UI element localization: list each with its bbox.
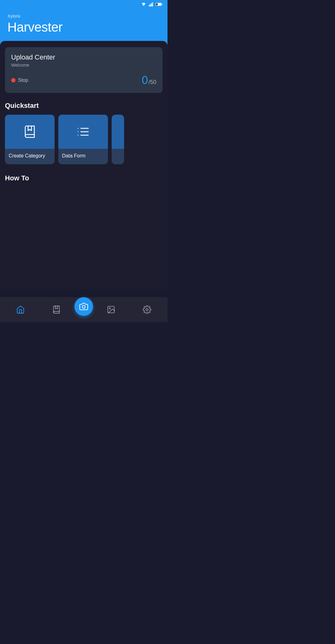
stop-button[interactable]: Stop xyxy=(11,77,28,83)
svg-rect-2 xyxy=(150,4,151,7)
nav-library[interactable] xyxy=(38,305,74,314)
wifi-icon xyxy=(141,2,146,7)
upload-center-title: Upload Center xyxy=(11,53,156,61)
nav-settings[interactable] xyxy=(129,305,165,314)
svg-rect-3 xyxy=(151,3,152,7)
stop-dot xyxy=(11,78,16,82)
svg-rect-4 xyxy=(152,2,153,7)
how-to-title: How To xyxy=(5,174,163,182)
upload-counter: 0 /50 xyxy=(142,74,156,87)
settings-icon xyxy=(143,305,151,314)
svg-point-16 xyxy=(109,308,110,309)
data-form-icon-area xyxy=(58,115,108,149)
library-icon xyxy=(52,305,61,314)
home-icon xyxy=(16,305,25,314)
counter-max: /50 xyxy=(149,79,156,86)
svg-rect-6 xyxy=(156,3,158,5)
create-category-label: Create Category xyxy=(5,149,55,164)
upload-center-footer: Stop 0 /50 xyxy=(11,74,156,87)
gallery-icon xyxy=(107,305,115,314)
signal-icon xyxy=(149,2,153,7)
partial-icon-area xyxy=(112,115,124,149)
upload-center-card[interactable]: Upload Center Welcome Stop 0 /50 xyxy=(5,47,163,93)
camera-icon xyxy=(79,302,88,311)
svg-rect-7 xyxy=(161,4,162,5)
battery-icon xyxy=(156,2,163,6)
quickstart-card-data-form[interactable]: Data Form xyxy=(58,115,108,164)
status-bar xyxy=(0,0,168,9)
nav-home[interactable] xyxy=(2,305,38,314)
bottom-nav xyxy=(0,297,168,322)
svg-point-14 xyxy=(82,306,85,308)
how-to-section: How To xyxy=(5,174,163,182)
upload-center-subtitle: Welcome xyxy=(11,63,156,68)
app-brand: Xylorix xyxy=(7,14,160,19)
app-header: Xylorix Harvester xyxy=(0,9,168,45)
main-content: Upload Center Welcome Stop 0 /50 Quickst… xyxy=(0,41,168,289)
app-title: Harvester xyxy=(7,20,160,35)
list-icon xyxy=(76,125,90,139)
quickstart-section-title: Quickstart xyxy=(5,102,163,110)
svg-point-17 xyxy=(146,309,148,311)
nav-camera-button[interactable] xyxy=(74,297,93,316)
quickstart-cards-container: Create Category Data Form xyxy=(5,115,163,164)
quickstart-card-partial[interactable] xyxy=(112,115,124,164)
nav-gallery[interactable] xyxy=(93,305,129,314)
counter-current: 0 xyxy=(142,74,148,87)
create-category-icon-area xyxy=(5,115,55,149)
quickstart-card-create-category[interactable]: Create Category xyxy=(5,115,55,164)
book-icon xyxy=(23,125,37,139)
stop-label: Stop xyxy=(18,77,28,83)
data-form-label: Data Form xyxy=(58,149,108,164)
svg-rect-1 xyxy=(149,5,150,7)
